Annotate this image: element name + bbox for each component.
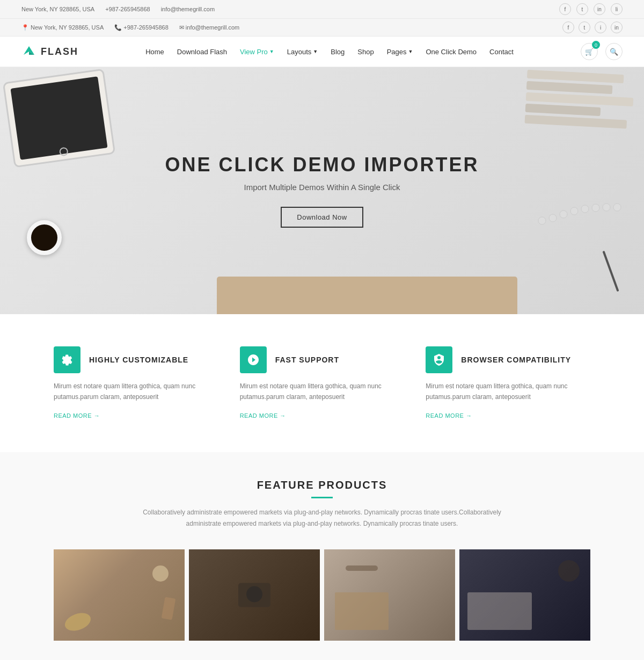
cart-badge: 0 [592, 41, 600, 49]
feature-customizable: HIGHLY CUSTOMIZABLE Mirum est notare qua… [54, 346, 218, 420]
logo-text: FLASH [41, 46, 78, 57]
hero-title: ONE CLICK DEMO IMPORTER [165, 154, 479, 176]
product-item-2[interactable] [189, 549, 320, 660]
feature-browser-header: BROWSER COMPATIBILITY [426, 346, 590, 373]
hero-coffee-decoration [27, 220, 62, 255]
support-icon [240, 346, 267, 373]
phone-text: 📞 +987-265945868 [114, 24, 169, 31]
pages-chevron-icon: ▼ [408, 49, 413, 54]
logo[interactable]: FLASH [21, 44, 78, 59]
nav-view-pro[interactable]: View Pro ▼ [240, 48, 274, 56]
products-grid [54, 549, 590, 660]
cart-button[interactable]: 🛒 0 [581, 43, 598, 60]
nav-right: 🛒 0 🔍 [581, 43, 623, 60]
products-section: FEATURE PRODUCTS Collaboratively adminis… [0, 452, 644, 660]
nav-links: Home Download Flash View Pro ▼ Layouts ▼… [145, 48, 514, 56]
customizable-icon [54, 346, 80, 373]
section-title: FEATURE PRODUCTS [54, 479, 590, 491]
svg-point-2 [538, 217, 546, 224]
nav-blog[interactable]: Blog [331, 48, 345, 56]
nav-pages[interactable]: Pages ▼ [387, 48, 413, 56]
facebook-icon[interactable]: f [559, 3, 571, 15]
instagram-social-icon[interactable]: i [595, 21, 606, 33]
features-section: HIGHLY CUSTOMIZABLE Mirum est notare qua… [0, 314, 644, 452]
cart-icon: 🛒 [585, 48, 594, 56]
twitter-social-icon[interactable]: t [579, 21, 590, 33]
email-text: ✉ info@themegrill.com [179, 24, 240, 31]
svg-point-9 [613, 204, 621, 211]
nav-one-click-demo[interactable]: One Click Demo [426, 48, 477, 56]
layouts-chevron-icon: ▼ [313, 49, 318, 54]
svg-point-4 [560, 211, 567, 218]
hero-beads-decoration [537, 199, 623, 244]
hero-pen-decoration [602, 251, 619, 292]
twitter-icon[interactable]: t [576, 3, 588, 15]
feature-support-header: FAST SUPPORT [240, 346, 405, 373]
feature-support: FAST SUPPORT Mirum est notare quam litte… [240, 346, 405, 420]
feature-support-title: FAST SUPPORT [275, 356, 339, 364]
topbar-location: New York, NY 928865, USA [21, 6, 94, 12]
section-underline [311, 497, 333, 498]
contact-info: 📍 New York, NY 928865, USA 📞 +987-265945… [21, 24, 239, 31]
product-item-4[interactable] [459, 549, 590, 660]
linkedin-social-icon[interactable]: in [611, 21, 623, 33]
chevron-down-icon: ▼ [269, 49, 274, 54]
product-item-1[interactable] [54, 549, 185, 660]
svg-point-6 [581, 205, 589, 213]
svg-point-3 [549, 214, 557, 222]
feature-browser: BROWSER COMPATIBILITY Mirum est notare q… [426, 346, 590, 420]
topbar: New York, NY 928865, USA +987-265945868 … [0, 0, 644, 19]
topbar-phone: +987-265945868 [105, 6, 150, 12]
navbar: FLASH Home Download Flash View Pro ▼ Lay… [0, 37, 644, 67]
download-now-button[interactable]: Download Now [281, 207, 363, 228]
feature-support-text: Mirum est notare quam littera gothica, q… [240, 381, 405, 403]
nav-shop[interactable]: Shop [357, 48, 374, 56]
location-text: 📍 New York, NY 928865, USA [21, 24, 104, 31]
logo-bird-icon [21, 44, 36, 59]
hero-subtitle: Import Multiple Demos Within A Single Cl… [165, 183, 479, 192]
feature-browser-text: Mirum est notare quam littera gothica, q… [426, 381, 590, 403]
social-icons: f t i in [562, 21, 623, 33]
nav-download-flash[interactable]: Download Flash [177, 48, 227, 56]
browser-icon [426, 346, 452, 373]
section-header: FEATURE PRODUCTS Collaboratively adminis… [54, 479, 590, 530]
nav-home[interactable]: Home [145, 48, 164, 56]
hero-content: ONE CLICK DEMO IMPORTER Import Multiple … [165, 154, 479, 228]
topbar-contact: New York, NY 928865, USA +987-265945868 … [21, 6, 215, 12]
product-item-3[interactable] [324, 549, 455, 660]
linkedin-icon[interactable]: li [611, 3, 623, 15]
topbar-email: info@themegrill.com [161, 6, 215, 12]
feature-customizable-text: Mirum est notare quam littera gothica, q… [54, 381, 218, 403]
facebook-social-icon[interactable]: f [562, 21, 574, 33]
hero-blueprints-decoration [525, 70, 635, 129]
svg-point-5 [570, 207, 578, 215]
feature-customizable-title: HIGHLY CUSTOMIZABLE [89, 356, 188, 364]
nav-contact[interactable]: Contact [489, 48, 514, 56]
feature-browser-title: BROWSER COMPATIBILITY [461, 356, 571, 364]
search-button[interactable]: 🔍 [605, 43, 623, 60]
feature-support-link[interactable]: READ MORE → [240, 412, 286, 419]
nav-layouts[interactable]: Layouts ▼ [287, 48, 318, 56]
feature-customizable-header: HIGHLY CUSTOMIZABLE [54, 346, 218, 373]
feature-browser-link[interactable]: READ MORE → [426, 412, 472, 419]
hero-tablet-decoration [3, 69, 115, 168]
search-icon: 🔍 [610, 48, 618, 56]
topbar-social: f t in li [559, 3, 623, 15]
hero-section: ONE CLICK DEMO IMPORTER Import Multiple … [0, 67, 644, 314]
feature-customizable-link[interactable]: READ MORE → [54, 412, 100, 419]
svg-point-8 [603, 204, 610, 211]
section-description: Collaboratively administrate empowered m… [140, 507, 504, 530]
hero-laptop-decoration [217, 277, 517, 314]
instagram-icon[interactable]: in [594, 3, 605, 15]
svg-point-7 [592, 204, 599, 212]
